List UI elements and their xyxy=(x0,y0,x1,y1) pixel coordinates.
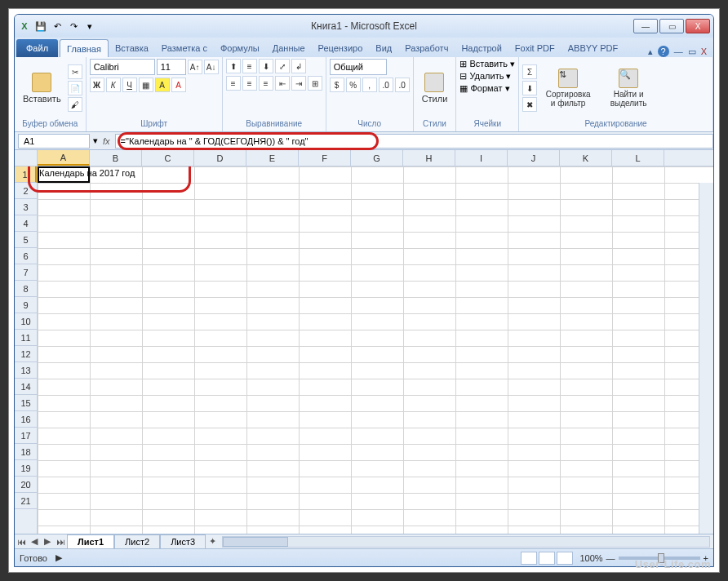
view-normal-button[interactable] xyxy=(521,552,537,565)
save-icon[interactable]: 💾 xyxy=(34,20,47,33)
number-format-combo[interactable]: Общий xyxy=(330,59,387,75)
rowhdr-20[interactable]: 20 xyxy=(15,477,37,493)
vertical-scrollbar[interactable] xyxy=(699,183,713,534)
indent-dec-button[interactable]: ⇤ xyxy=(275,76,290,91)
grow-font-button[interactable]: A↑ xyxy=(188,60,202,74)
rowhdr-7[interactable]: 7 xyxy=(15,264,37,281)
zoom-out-button[interactable]: — xyxy=(606,553,615,563)
minimize-button[interactable]: — xyxy=(633,19,658,33)
percent-button[interactable]: % xyxy=(346,78,361,92)
currency-button[interactable]: $ xyxy=(330,78,344,92)
fill-button[interactable]: ⬇ xyxy=(522,81,537,95)
sheet-nav-prev[interactable]: ◀ xyxy=(28,535,41,548)
delete-cells-button[interactable]: ⊟ Удалить ▾ xyxy=(459,71,511,82)
colhdr-d[interactable]: D xyxy=(194,150,246,166)
rowhdr-15[interactable]: 15 xyxy=(15,395,37,411)
fx-button[interactable]: fx xyxy=(98,136,115,146)
select-all-corner[interactable] xyxy=(15,150,38,166)
italic-button[interactable]: К xyxy=(106,78,121,92)
rowhdr-21[interactable]: 21 xyxy=(15,493,37,509)
rowhdr-3[interactable]: 3 xyxy=(15,199,37,215)
colhdr-f[interactable]: F xyxy=(299,150,351,166)
maximize-button[interactable]: ▭ xyxy=(659,19,684,33)
rowhdr-13[interactable]: 13 xyxy=(15,362,37,379)
rowhdr-4[interactable]: 4 xyxy=(15,215,37,232)
rowhdr-12[interactable]: 12 xyxy=(15,346,37,362)
view-layout-button[interactable] xyxy=(539,552,555,565)
sheet-nav-last[interactable]: ⏭ xyxy=(54,535,67,548)
orientation-button[interactable]: ⤢ xyxy=(275,59,290,73)
tab-formulas[interactable]: Формулы xyxy=(214,39,266,57)
colhdr-h[interactable]: H xyxy=(403,150,455,166)
hscroll-thumb[interactable] xyxy=(223,537,288,547)
tab-abbyy[interactable]: ABBYY PDF xyxy=(562,39,625,57)
rowhdr-6[interactable]: 6 xyxy=(15,248,37,264)
rowhdr-18[interactable]: 18 xyxy=(15,444,37,460)
fill-color-button[interactable]: A xyxy=(155,78,170,92)
align-left-button[interactable]: ≡ xyxy=(226,76,241,91)
sort-filter-button[interactable]: ⇅ Сортировка и фильтр xyxy=(539,67,597,109)
align-right-button[interactable]: ≡ xyxy=(259,76,273,91)
rowhdr-14[interactable]: 14 xyxy=(15,379,37,395)
font-combo[interactable]: Calibri xyxy=(90,59,155,75)
rowhdr-9[interactable]: 9 xyxy=(15,297,37,313)
view-pagebreak-button[interactable] xyxy=(557,552,573,565)
align-top-button[interactable]: ⬆ xyxy=(226,59,241,73)
rowhdr-16[interactable]: 16 xyxy=(15,411,37,428)
merge-button[interactable]: ⊞ xyxy=(308,76,322,91)
tab-layout[interactable]: Разметка с xyxy=(155,39,214,57)
colhdr-e[interactable]: E xyxy=(246,150,299,166)
format-cells-button[interactable]: ▦ Формат ▾ xyxy=(459,83,509,94)
rowhdr-2[interactable]: 2 xyxy=(15,183,37,199)
tab-home[interactable]: Главная xyxy=(60,39,109,57)
tab-developer[interactable]: Разработч xyxy=(398,39,455,57)
sheet-tab-1[interactable]: Лист1 xyxy=(67,534,114,548)
tab-view[interactable]: Вид xyxy=(369,39,398,57)
ribbon-minimize-icon[interactable]: ▴ xyxy=(648,47,653,57)
tab-file[interactable]: Файл xyxy=(16,39,58,57)
paste-button[interactable]: Вставить xyxy=(18,71,66,105)
rowhdr-8[interactable]: 8 xyxy=(15,281,37,297)
tab-foxit[interactable]: Foxit PDF xyxy=(508,39,562,57)
border-button[interactable]: ▦ xyxy=(139,78,153,92)
redo-icon[interactable]: ↷ xyxy=(67,20,80,33)
doc-close-icon[interactable]: X xyxy=(701,47,707,56)
colhdr-c[interactable]: C xyxy=(142,150,194,166)
wrap-text-button[interactable]: ↲ xyxy=(291,59,306,73)
styles-button[interactable]: Стили xyxy=(417,71,453,105)
macro-icon[interactable]: ▶ xyxy=(55,552,62,563)
inc-decimal-button[interactable]: .0 xyxy=(379,78,393,92)
name-box[interactable]: A1 xyxy=(18,134,90,149)
rowhdr-17[interactable]: 17 xyxy=(15,428,37,444)
format-painter-button[interactable]: 🖌 xyxy=(68,97,82,112)
rowhdr-19[interactable]: 19 xyxy=(15,460,37,477)
close-button[interactable]: X xyxy=(686,19,710,33)
underline-button[interactable]: Ч xyxy=(122,78,137,92)
colhdr-a[interactable]: A xyxy=(38,150,90,166)
new-sheet-button[interactable]: ✦ xyxy=(206,535,219,548)
sheet-tab-3[interactable]: Лист3 xyxy=(160,534,206,548)
dec-decimal-button[interactable]: .0 xyxy=(395,78,410,92)
formula-input[interactable]: ="Календарь на " & ГОД(СЕГОДНЯ()) & " го… xyxy=(115,134,713,149)
colhdr-k[interactable]: K xyxy=(560,150,612,166)
align-bottom-button[interactable]: ⬇ xyxy=(259,59,273,73)
align-center-button[interactable]: ≡ xyxy=(242,76,257,91)
horizontal-scrollbar[interactable] xyxy=(222,536,710,548)
rowhdr-10[interactable]: 10 xyxy=(15,313,37,330)
colhdr-l[interactable]: L xyxy=(612,150,664,166)
undo-icon[interactable]: ↶ xyxy=(51,20,64,33)
sheet-nav-next[interactable]: ▶ xyxy=(41,535,54,548)
align-middle-button[interactable]: ≡ xyxy=(242,59,257,73)
cut-button[interactable]: ✂ xyxy=(68,64,82,79)
bold-button[interactable]: Ж xyxy=(90,78,104,92)
doc-minimize-icon[interactable]: — xyxy=(674,47,683,56)
cells-area[interactable]: Календарь на 2017 год xyxy=(38,166,713,534)
insert-cells-button[interactable]: ⊞ Вставить ▾ xyxy=(459,59,515,69)
autosum-button[interactable]: Σ xyxy=(522,64,537,79)
tab-addins[interactable]: Надстрой xyxy=(455,39,508,57)
find-select-button[interactable]: 🔍 Найти и выделить xyxy=(599,67,658,109)
colhdr-j[interactable]: J xyxy=(508,150,560,166)
rowhdr-1[interactable]: 1 xyxy=(15,166,37,183)
colhdr-b[interactable]: B xyxy=(90,150,142,166)
help-icon[interactable]: ? xyxy=(658,46,669,57)
